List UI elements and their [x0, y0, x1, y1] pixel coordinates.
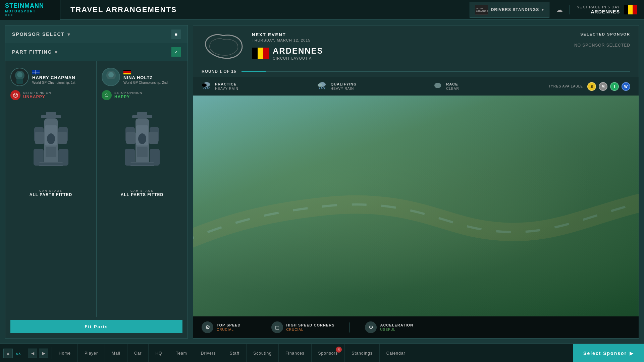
svg-rect-35 — [126, 132, 136, 144]
driver1-setup-opinion: ☹ SETUP OPINION UNHAPPY — [10, 90, 91, 100]
gp-logo: WORLD GRAND PRIX — [475, 5, 488, 15]
driver2-car-image — [114, 105, 171, 186]
nav-mail[interactable]: Mail — [105, 344, 127, 362]
engine-icon: ⚙ — [202, 321, 213, 333]
sponsor-select-close-button[interactable]: ■ — [171, 29, 181, 39]
driver2-name: NINA HOLTZ — [123, 75, 182, 80]
weather-area: ☁ — [556, 6, 563, 14]
high-speed-corners-attribute: ◻ HIGH SPEED CORNERS CRUCIAL — [271, 321, 335, 333]
round-progress-bar — [241, 71, 630, 72]
nav-up-button[interactable]: ▲ — [3, 349, 13, 358]
location-belgium-flag — [252, 48, 269, 59]
driver2-header: NINA HOLTZ World GP Championship: 2nd — [102, 68, 182, 86]
svg-line-41 — [207, 87, 208, 89]
sponsors-badge: 4 — [336, 347, 342, 353]
driver2-flag — [123, 70, 182, 74]
weather-icon: ☁ — [556, 6, 563, 14]
qualifying-weather: QUALIFYING HEAVY RAIN — [317, 81, 433, 92]
driver1-header: HARRY CHAPMAN World GP Championship: 1st — [10, 68, 91, 86]
nav-scouting[interactable]: Scouting — [247, 344, 279, 362]
driver1-car-image — [22, 105, 79, 186]
nav-drivers[interactable]: Drivers — [194, 344, 223, 362]
chevron-down-icon: ▾ — [542, 7, 544, 12]
nav-player[interactable]: Player — [78, 344, 105, 362]
race-weather: RACE CLEAR — [433, 81, 548, 92]
practice-weather: PRACTICE HEAVY RAIN — [202, 81, 317, 92]
track-image — [193, 96, 639, 316]
nav-standings[interactable]: Standings — [345, 344, 379, 362]
nav-calendar[interactable]: Calendar — [380, 344, 413, 362]
nav-team[interactable]: Team — [169, 344, 194, 362]
svg-rect-18 — [35, 132, 44, 144]
nav-home[interactable]: Home — [52, 344, 78, 362]
qualifying-rain-icon — [317, 81, 327, 92]
nav-car[interactable]: Car — [127, 344, 149, 362]
select-sponsor-button[interactable]: Select Sponsor ▶ — [573, 344, 644, 362]
svg-line-48 — [324, 87, 325, 89]
event-location: ARDENNES CIRCUIT LAYOUT A — [252, 46, 556, 60]
part-fitting-label[interactable]: PART FITTING ▾ — [12, 49, 57, 55]
nav-staff[interactable]: Staff — [223, 344, 247, 362]
svg-line-40 — [205, 87, 206, 89]
part-fitting-confirm-button[interactable]: ✓ — [171, 47, 181, 57]
svg-point-49 — [434, 83, 441, 88]
svg-rect-9 — [46, 147, 56, 157]
svg-rect-32 — [128, 163, 156, 165]
event-info: NEXT EVENT THURSDAY, MARCH 12, 2015 ARDE… — [252, 32, 556, 60]
svg-text:GRAND PRIX: GRAND PRIX — [476, 10, 488, 12]
svg-text:∧∧: ∧∧ — [15, 352, 21, 356]
svg-point-4 — [17, 72, 22, 77]
arrow-right-icon: ▶ — [630, 351, 634, 356]
rain-heavy-icon — [202, 81, 212, 92]
sponsor-panel: SELECTED SPONSOR NO SPONSOR SELECTED — [563, 32, 630, 48]
driver1-column: HARRY CHAPMAN World GP Championship: 1st… — [5, 61, 97, 317]
unhappy-icon: ☹ — [10, 90, 20, 100]
happy-icon: ☺ — [102, 90, 112, 100]
svg-line-46 — [321, 87, 322, 89]
chevron-down-icon: ▾ — [67, 31, 70, 38]
driver2-column: NINA HOLTZ World GP Championship: 2nd ☺ … — [97, 61, 187, 317]
bottom-nav: ▲ ∧∧ ◀ ▶ Home Player Mail Car HQ Team Dr… — [0, 344, 644, 362]
nav-hq[interactable]: HQ — [149, 344, 169, 362]
tyres-available: TYRES AVAILABLE S M I W — [548, 82, 630, 91]
tyre-m-badge: M — [599, 82, 607, 91]
nav-back-button[interactable]: ◀ — [28, 349, 37, 358]
main-content: SPONSOR SELECT ▾ ■ PART FITTING ▾ ✓ — [0, 20, 644, 344]
logo-area: STEINMANN MOTORSPORT ≡≡≡ — [0, 0, 60, 20]
top-speed-attribute: ⚙ TOP SPEED CRUCIAL — [202, 321, 241, 333]
svg-point-34 — [138, 133, 146, 144]
circuit-attributes: ⚙ TOP SPEED CRUCIAL ◻ HIGH SPEED CORNERS… — [193, 316, 639, 338]
nav-left-controls: ▲ ∧∧ ◀ ▶ — [0, 347, 52, 359]
driver1-setup-status: UNHAPPY — [23, 95, 51, 99]
svg-rect-26 — [137, 147, 148, 157]
nav-sponsors[interactable]: Sponsors 4 — [312, 344, 345, 362]
svg-point-21 — [108, 72, 114, 77]
uk-flag-icon — [32, 70, 40, 74]
svg-point-44 — [318, 83, 322, 87]
belgium-flag — [624, 5, 637, 14]
next-race-area: NEXT RACE IN 5 DAY ARDENNES — [570, 5, 637, 14]
fit-parts-button[interactable]: Fit Parts — [10, 320, 182, 333]
standings-button[interactable]: WORLD GRAND PRIX DRIVERS STANDINGS ▾ — [470, 2, 549, 18]
track-outline — [202, 32, 245, 62]
svg-rect-16 — [41, 115, 61, 118]
page-title-area: TRAVEL ARRANGEMENTS — [60, 5, 470, 14]
part-fitting-header[interactable]: PART FITTING ▾ ✓ — [5, 43, 187, 61]
nav-forward-button[interactable]: ▶ — [39, 349, 48, 358]
right-panel: NEXT EVENT THURSDAY, MARCH 12, 2015 ARDE… — [193, 25, 639, 339]
svg-line-45 — [319, 87, 320, 89]
sponsor-select-label[interactable]: SPONSOR SELECT ▾ — [12, 31, 70, 38]
svg-rect-33 — [132, 115, 152, 118]
corners-icon: ◻ — [271, 321, 283, 333]
svg-text:WORLD: WORLD — [476, 7, 485, 9]
sponsor-select-header[interactable]: SPONSOR SELECT ▾ ■ — [5, 25, 187, 43]
svg-rect-22 — [108, 79, 114, 84]
nav-finances[interactable]: Finances — [279, 344, 312, 362]
svg-rect-36 — [149, 132, 158, 144]
top-right: WORLD GRAND PRIX DRIVERS STANDINGS ▾ ☁ N… — [470, 2, 644, 18]
svg-rect-5 — [16, 79, 23, 84]
nav-items: Home Player Mail Car HQ Team Drivers Sta… — [52, 344, 573, 362]
svg-rect-15 — [37, 163, 65, 165]
driver-section: HARRY CHAPMAN World GP Championship: 1st… — [5, 61, 187, 317]
tyre-w-badge: W — [622, 82, 630, 91]
